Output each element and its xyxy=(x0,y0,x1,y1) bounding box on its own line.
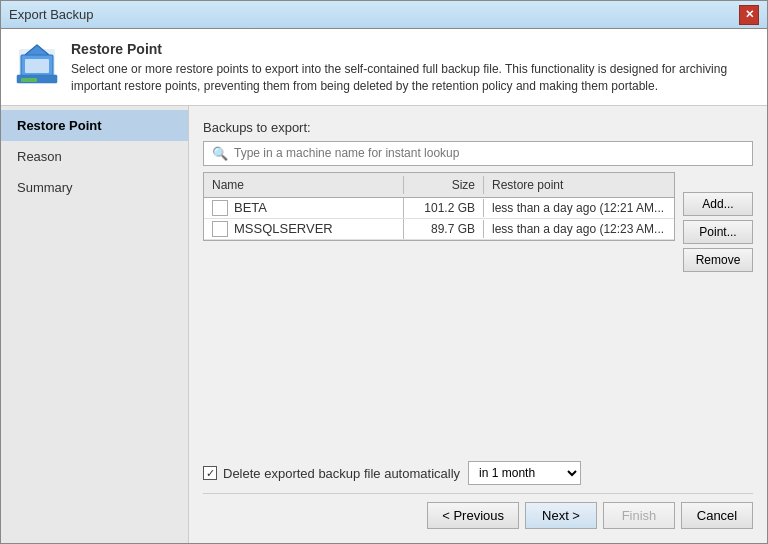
header-description: Select one or more restore points to exp… xyxy=(71,61,755,95)
add-button[interactable]: Add... xyxy=(683,192,753,216)
svg-rect-2 xyxy=(25,59,49,73)
search-input[interactable] xyxy=(234,146,744,160)
server-icon xyxy=(212,221,228,237)
duration-dropdown[interactable]: in 1 month in 2 months in 3 months in 6 … xyxy=(468,461,581,485)
cancel-button[interactable]: Cancel xyxy=(681,502,753,529)
server-icon xyxy=(212,200,228,216)
col-header-restore: Restore point xyxy=(484,176,674,194)
search-icon: 🔍 xyxy=(212,146,228,161)
sidebar: Restore Point Reason Summary xyxy=(1,106,189,543)
body: Restore Point Reason Summary Backups to … xyxy=(1,106,767,543)
finish-button[interactable]: Finish xyxy=(603,502,675,529)
search-box[interactable]: 🔍 xyxy=(203,141,753,166)
row-size-beta: 101.2 GB xyxy=(404,199,484,217)
table-section: Name Size Restore point BETA 101.2 GB l xyxy=(203,172,753,453)
sidebar-item-reason[interactable]: Reason xyxy=(1,141,188,172)
section-label: Backups to export: xyxy=(203,120,753,135)
col-header-size: Size xyxy=(404,176,484,194)
restore-point-icon xyxy=(13,41,61,89)
table-row[interactable]: BETA 101.2 GB less than a day ago (12:21… xyxy=(204,198,674,219)
header-text: Restore Point Select one or more restore… xyxy=(71,41,755,95)
close-button[interactable]: ✕ xyxy=(739,5,759,25)
export-backup-window: Export Backup ✕ Restore Point Select one… xyxy=(0,0,768,544)
point-button[interactable]: Point... xyxy=(683,220,753,244)
table-header: Name Size Restore point xyxy=(204,173,674,198)
table-container: Name Size Restore point BETA 101.2 GB l xyxy=(203,172,675,241)
footer-options: Delete exported backup file automaticall… xyxy=(203,461,753,485)
window-title: Export Backup xyxy=(9,7,94,22)
header-section: Restore Point Select one or more restore… xyxy=(1,29,767,106)
remove-button[interactable]: Remove xyxy=(683,248,753,272)
table-row[interactable]: MSSQLSERVER 89.7 GB less than a day ago … xyxy=(204,219,674,240)
sidebar-item-restore-point[interactable]: Restore Point xyxy=(1,110,188,141)
delete-checkbox-label[interactable]: Delete exported backup file automaticall… xyxy=(203,466,460,481)
row-name-mssql: MSSQLSERVER xyxy=(204,219,404,239)
title-bar: Export Backup ✕ xyxy=(1,1,767,29)
row-size-mssql: 89.7 GB xyxy=(404,220,484,238)
col-header-name: Name xyxy=(204,176,404,194)
delete-checkbox[interactable] xyxy=(203,466,217,480)
previous-button[interactable]: < Previous xyxy=(427,502,519,529)
side-buttons: Add... Point... Remove xyxy=(683,172,753,272)
row-name-beta: BETA xyxy=(204,198,404,218)
row-restore-beta: less than a day ago (12:21 AM... xyxy=(484,199,674,217)
svg-rect-4 xyxy=(21,78,37,82)
footer-buttons: < Previous Next > Finish Cancel xyxy=(203,493,753,533)
row-restore-mssql: less than a day ago (12:23 AM... xyxy=(484,220,674,238)
sidebar-item-summary[interactable]: Summary xyxy=(1,172,188,203)
main-content: Backups to export: 🔍 Name Size Restore p… xyxy=(189,106,767,543)
header-title: Restore Point xyxy=(71,41,755,57)
delete-label-text: Delete exported backup file automaticall… xyxy=(223,466,460,481)
table-rows: BETA 101.2 GB less than a day ago (12:21… xyxy=(204,198,674,240)
next-button[interactable]: Next > xyxy=(525,502,597,529)
